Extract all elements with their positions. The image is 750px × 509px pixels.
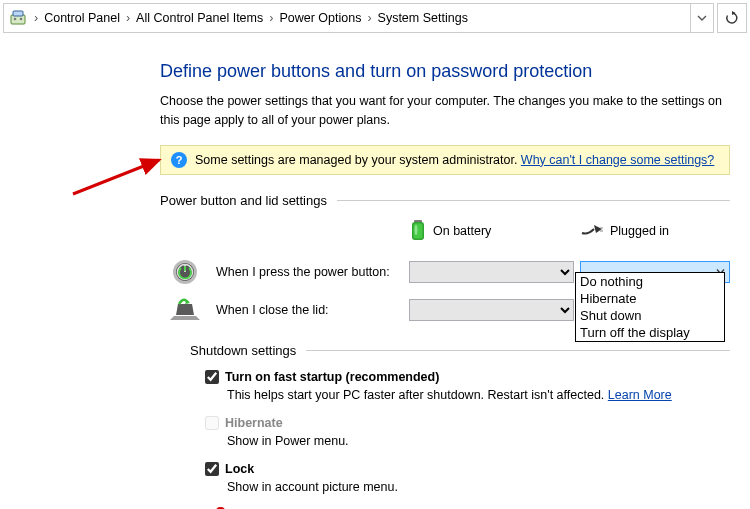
annotation-arrow bbox=[71, 156, 166, 196]
page-description: Choose the power settings that you want … bbox=[160, 92, 730, 130]
row-power-button-label: When I press the power button: bbox=[216, 265, 403, 279]
item-subtext: This helps start your PC faster after sh… bbox=[227, 388, 608, 402]
hibernate-checkbox bbox=[205, 416, 219, 430]
content-area: Define power buttons and turn on passwor… bbox=[160, 36, 730, 509]
dropdown-option[interactable]: Do nothing bbox=[576, 273, 724, 290]
lid-icon bbox=[170, 295, 200, 325]
breadcrumb-dropdown-button[interactable] bbox=[690, 4, 713, 32]
svg-point-3 bbox=[20, 18, 23, 21]
lock-checkbox[interactable] bbox=[205, 462, 219, 476]
svg-rect-8 bbox=[600, 227, 603, 228]
breadcrumb-bar[interactable]: › Control Panel › All Control Panel Item… bbox=[3, 3, 714, 33]
item-title: Turn on fast startup (recommended) bbox=[225, 368, 439, 386]
banner-text: Some settings are managed by your system… bbox=[195, 153, 517, 167]
chevron-right-icon: › bbox=[126, 11, 130, 25]
window-toolbar: › Control Panel › All Control Panel Item… bbox=[0, 0, 750, 36]
item-title: Hibernate bbox=[225, 414, 283, 432]
svg-point-7 bbox=[415, 225, 418, 235]
section-header-label: Shutdown settings bbox=[190, 343, 296, 358]
svg-point-2 bbox=[14, 18, 17, 21]
breadcrumb-item[interactable]: System Settings bbox=[374, 4, 472, 32]
column-header-plugged: Plugged in bbox=[580, 223, 730, 244]
dropdown-option[interactable]: Shut down bbox=[576, 307, 724, 324]
svg-rect-1 bbox=[13, 11, 23, 16]
control-panel-icon bbox=[8, 8, 28, 28]
dropdown-option[interactable]: Turn off the display bbox=[576, 324, 724, 341]
svg-rect-9 bbox=[600, 230, 603, 231]
section-header-label: Power button and lid settings bbox=[160, 193, 327, 208]
breadcrumb-item[interactable]: All Control Panel Items bbox=[132, 4, 267, 32]
item-subtext: Show in Power menu. bbox=[227, 432, 730, 450]
item-title: Lock bbox=[225, 460, 254, 478]
admin-info-banner: ? Some settings are managed by your syst… bbox=[160, 145, 730, 175]
shutdown-item-lock: Lock Show in account picture menu. bbox=[205, 460, 730, 496]
power-button-icon bbox=[170, 257, 200, 287]
battery-icon bbox=[409, 218, 427, 245]
section-header-power-lid: Power button and lid settings bbox=[160, 193, 730, 208]
chevron-right-icon: › bbox=[269, 11, 273, 25]
column-header-battery: On battery bbox=[409, 218, 574, 249]
section-header-shutdown: Shutdown settings bbox=[190, 343, 730, 358]
shutdown-item-fast-startup: Turn on fast startup (recommended) This … bbox=[205, 368, 730, 404]
item-subtext: Show in account picture menu. bbox=[227, 478, 730, 496]
column-header-label: Plugged in bbox=[610, 224, 669, 238]
fast-startup-checkbox[interactable] bbox=[205, 370, 219, 384]
plug-icon bbox=[580, 223, 604, 240]
breadcrumb-item[interactable]: Control Panel bbox=[40, 4, 124, 32]
annotation-question-mark: ? bbox=[215, 504, 730, 509]
breadcrumb-item[interactable]: Power Options bbox=[275, 4, 365, 32]
chevron-right-icon: › bbox=[367, 11, 371, 25]
refresh-button[interactable] bbox=[717, 3, 747, 33]
lid-battery-select[interactable] bbox=[409, 299, 574, 321]
row-lid-label: When I close the lid: bbox=[216, 303, 403, 317]
info-icon: ? bbox=[171, 152, 187, 168]
power-button-plugged-dropdown[interactable]: Do nothing Hibernate Shut down Turn off … bbox=[575, 272, 725, 342]
shutdown-settings-list: Turn on fast startup (recommended) This … bbox=[205, 368, 730, 510]
page-title: Define power buttons and turn on passwor… bbox=[160, 61, 730, 82]
banner-help-link[interactable]: Why can't I change some settings? bbox=[521, 153, 714, 167]
power-button-battery-select[interactable] bbox=[409, 261, 574, 283]
power-lid-grid: On battery Plugged in bbox=[160, 218, 730, 325]
column-header-label: On battery bbox=[433, 224, 491, 238]
shutdown-item-hibernate: Hibernate Show in Power menu. bbox=[205, 414, 730, 450]
dropdown-option[interactable]: Hibernate bbox=[576, 290, 724, 307]
learn-more-link[interactable]: Learn More bbox=[608, 388, 672, 402]
chevron-right-icon: › bbox=[34, 11, 38, 25]
